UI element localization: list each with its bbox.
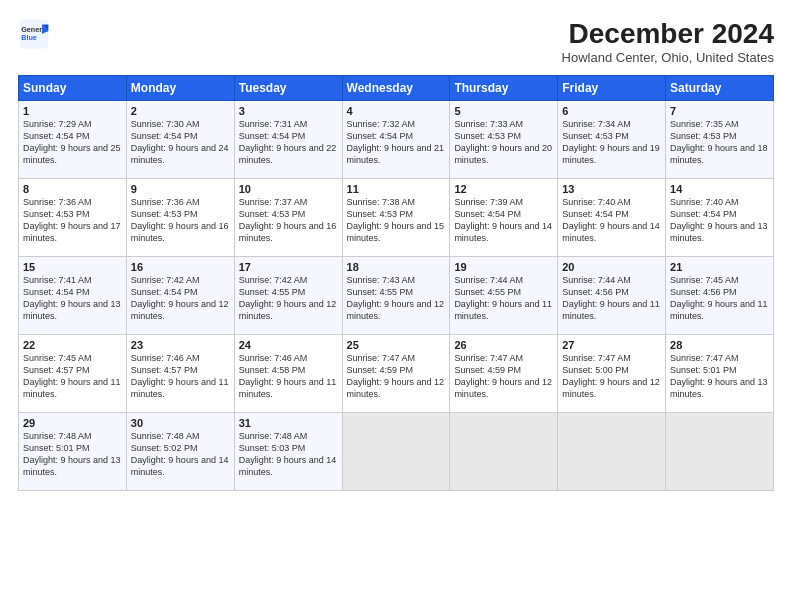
day-number: 6 — [562, 105, 661, 117]
calendar-cell — [450, 413, 558, 491]
calendar-cell: 8 Sunrise: 7:36 AM Sunset: 4:53 PM Dayli… — [19, 179, 127, 257]
day-info: Sunrise: 7:39 AM Sunset: 4:54 PM Dayligh… — [454, 197, 552, 243]
day-info: Sunrise: 7:42 AM Sunset: 4:55 PM Dayligh… — [239, 275, 337, 321]
day-info: Sunrise: 7:36 AM Sunset: 4:53 PM Dayligh… — [131, 197, 229, 243]
calendar-page: General Blue December 2024 Howland Cente… — [0, 0, 792, 501]
day-number: 28 — [670, 339, 769, 351]
day-info: Sunrise: 7:33 AM Sunset: 4:53 PM Dayligh… — [454, 119, 552, 165]
day-number: 23 — [131, 339, 230, 351]
weekday-header-row: SundayMondayTuesdayWednesdayThursdayFrid… — [19, 76, 774, 101]
day-number: 2 — [131, 105, 230, 117]
day-info: Sunrise: 7:36 AM Sunset: 4:53 PM Dayligh… — [23, 197, 121, 243]
day-info: Sunrise: 7:32 AM Sunset: 4:54 PM Dayligh… — [347, 119, 445, 165]
calendar-cell: 6 Sunrise: 7:34 AM Sunset: 4:53 PM Dayli… — [558, 101, 666, 179]
calendar-cell: 23 Sunrise: 7:46 AM Sunset: 4:57 PM Dayl… — [126, 335, 234, 413]
weekday-header-saturday: Saturday — [666, 76, 774, 101]
calendar-week-4: 22 Sunrise: 7:45 AM Sunset: 4:57 PM Dayl… — [19, 335, 774, 413]
calendar-cell: 5 Sunrise: 7:33 AM Sunset: 4:53 PM Dayli… — [450, 101, 558, 179]
weekday-header-thursday: Thursday — [450, 76, 558, 101]
calendar-cell: 28 Sunrise: 7:47 AM Sunset: 5:01 PM Dayl… — [666, 335, 774, 413]
calendar-cell: 11 Sunrise: 7:38 AM Sunset: 4:53 PM Dayl… — [342, 179, 450, 257]
calendar-cell: 7 Sunrise: 7:35 AM Sunset: 4:53 PM Dayli… — [666, 101, 774, 179]
day-number: 17 — [239, 261, 338, 273]
day-info: Sunrise: 7:38 AM Sunset: 4:53 PM Dayligh… — [347, 197, 445, 243]
calendar-cell: 26 Sunrise: 7:47 AM Sunset: 4:59 PM Dayl… — [450, 335, 558, 413]
day-info: Sunrise: 7:45 AM Sunset: 4:56 PM Dayligh… — [670, 275, 768, 321]
day-info: Sunrise: 7:47 AM Sunset: 5:01 PM Dayligh… — [670, 353, 768, 399]
day-info: Sunrise: 7:44 AM Sunset: 4:56 PM Dayligh… — [562, 275, 660, 321]
day-number: 21 — [670, 261, 769, 273]
day-number: 19 — [454, 261, 553, 273]
day-info: Sunrise: 7:48 AM Sunset: 5:03 PM Dayligh… — [239, 431, 337, 477]
day-info: Sunrise: 7:41 AM Sunset: 4:54 PM Dayligh… — [23, 275, 121, 321]
weekday-header-monday: Monday — [126, 76, 234, 101]
day-number: 14 — [670, 183, 769, 195]
day-info: Sunrise: 7:48 AM Sunset: 5:01 PM Dayligh… — [23, 431, 121, 477]
calendar-week-2: 8 Sunrise: 7:36 AM Sunset: 4:53 PM Dayli… — [19, 179, 774, 257]
weekday-header-friday: Friday — [558, 76, 666, 101]
day-number: 29 — [23, 417, 122, 429]
calendar-cell: 2 Sunrise: 7:30 AM Sunset: 4:54 PM Dayli… — [126, 101, 234, 179]
calendar-cell: 16 Sunrise: 7:42 AM Sunset: 4:54 PM Dayl… — [126, 257, 234, 335]
calendar-cell: 17 Sunrise: 7:42 AM Sunset: 4:55 PM Dayl… — [234, 257, 342, 335]
day-number: 3 — [239, 105, 338, 117]
weekday-header-wednesday: Wednesday — [342, 76, 450, 101]
day-number: 9 — [131, 183, 230, 195]
day-info: Sunrise: 7:47 AM Sunset: 4:59 PM Dayligh… — [347, 353, 445, 399]
calendar-cell: 22 Sunrise: 7:45 AM Sunset: 4:57 PM Dayl… — [19, 335, 127, 413]
calendar-week-5: 29 Sunrise: 7:48 AM Sunset: 5:01 PM Dayl… — [19, 413, 774, 491]
day-number: 22 — [23, 339, 122, 351]
day-number: 25 — [347, 339, 446, 351]
day-info: Sunrise: 7:40 AM Sunset: 4:54 PM Dayligh… — [562, 197, 660, 243]
calendar-table: SundayMondayTuesdayWednesdayThursdayFrid… — [18, 75, 774, 491]
calendar-cell: 3 Sunrise: 7:31 AM Sunset: 4:54 PM Dayli… — [234, 101, 342, 179]
day-info: Sunrise: 7:46 AM Sunset: 4:57 PM Dayligh… — [131, 353, 229, 399]
day-info: Sunrise: 7:43 AM Sunset: 4:55 PM Dayligh… — [347, 275, 445, 321]
calendar-cell: 29 Sunrise: 7:48 AM Sunset: 5:01 PM Dayl… — [19, 413, 127, 491]
day-info: Sunrise: 7:29 AM Sunset: 4:54 PM Dayligh… — [23, 119, 121, 165]
svg-text:Blue: Blue — [21, 33, 37, 42]
day-number: 27 — [562, 339, 661, 351]
day-number: 13 — [562, 183, 661, 195]
day-info: Sunrise: 7:30 AM Sunset: 4:54 PM Dayligh… — [131, 119, 229, 165]
calendar-cell: 19 Sunrise: 7:44 AM Sunset: 4:55 PM Dayl… — [450, 257, 558, 335]
day-number: 16 — [131, 261, 230, 273]
day-info: Sunrise: 7:47 AM Sunset: 4:59 PM Dayligh… — [454, 353, 552, 399]
calendar-title: December 2024 — [562, 18, 774, 50]
calendar-week-3: 15 Sunrise: 7:41 AM Sunset: 4:54 PM Dayl… — [19, 257, 774, 335]
day-number: 4 — [347, 105, 446, 117]
calendar-cell: 31 Sunrise: 7:48 AM Sunset: 5:03 PM Dayl… — [234, 413, 342, 491]
calendar-cell: 27 Sunrise: 7:47 AM Sunset: 5:00 PM Dayl… — [558, 335, 666, 413]
calendar-cell — [558, 413, 666, 491]
day-info: Sunrise: 7:48 AM Sunset: 5:02 PM Dayligh… — [131, 431, 229, 477]
calendar-cell: 13 Sunrise: 7:40 AM Sunset: 4:54 PM Dayl… — [558, 179, 666, 257]
day-info: Sunrise: 7:45 AM Sunset: 4:57 PM Dayligh… — [23, 353, 121, 399]
calendar-cell: 30 Sunrise: 7:48 AM Sunset: 5:02 PM Dayl… — [126, 413, 234, 491]
day-number: 5 — [454, 105, 553, 117]
calendar-cell: 25 Sunrise: 7:47 AM Sunset: 4:59 PM Dayl… — [342, 335, 450, 413]
calendar-cell — [342, 413, 450, 491]
calendar-cell: 4 Sunrise: 7:32 AM Sunset: 4:54 PM Dayli… — [342, 101, 450, 179]
calendar-week-1: 1 Sunrise: 7:29 AM Sunset: 4:54 PM Dayli… — [19, 101, 774, 179]
day-number: 15 — [23, 261, 122, 273]
day-number: 8 — [23, 183, 122, 195]
day-number: 18 — [347, 261, 446, 273]
weekday-header-tuesday: Tuesday — [234, 76, 342, 101]
day-info: Sunrise: 7:37 AM Sunset: 4:53 PM Dayligh… — [239, 197, 337, 243]
day-info: Sunrise: 7:34 AM Sunset: 4:53 PM Dayligh… — [562, 119, 660, 165]
calendar-cell: 1 Sunrise: 7:29 AM Sunset: 4:54 PM Dayli… — [19, 101, 127, 179]
day-info: Sunrise: 7:47 AM Sunset: 5:00 PM Dayligh… — [562, 353, 660, 399]
calendar-cell: 14 Sunrise: 7:40 AM Sunset: 4:54 PM Dayl… — [666, 179, 774, 257]
calendar-header: General Blue December 2024 Howland Cente… — [18, 18, 774, 65]
calendar-cell: 10 Sunrise: 7:37 AM Sunset: 4:53 PM Dayl… — [234, 179, 342, 257]
day-number: 7 — [670, 105, 769, 117]
calendar-cell — [666, 413, 774, 491]
weekday-header-sunday: Sunday — [19, 76, 127, 101]
day-info: Sunrise: 7:35 AM Sunset: 4:53 PM Dayligh… — [670, 119, 768, 165]
calendar-cell: 21 Sunrise: 7:45 AM Sunset: 4:56 PM Dayl… — [666, 257, 774, 335]
logo: General Blue — [18, 18, 50, 50]
day-info: Sunrise: 7:42 AM Sunset: 4:54 PM Dayligh… — [131, 275, 229, 321]
day-number: 11 — [347, 183, 446, 195]
day-info: Sunrise: 7:31 AM Sunset: 4:54 PM Dayligh… — [239, 119, 337, 165]
calendar-cell: 24 Sunrise: 7:46 AM Sunset: 4:58 PM Dayl… — [234, 335, 342, 413]
